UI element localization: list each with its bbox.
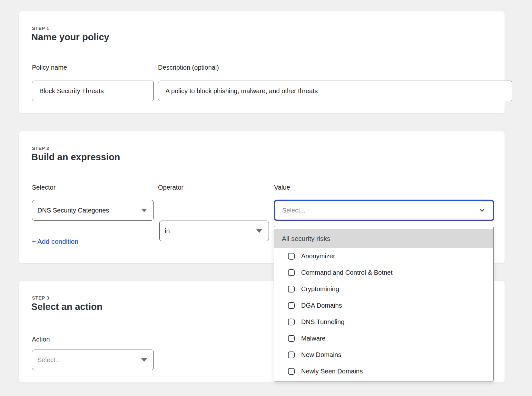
step2-label: STEP 2 xyxy=(32,145,49,151)
checkbox[interactable] xyxy=(288,286,295,292)
operator-value: in xyxy=(165,227,170,235)
action-label: Action xyxy=(32,336,50,343)
checkbox[interactable] xyxy=(288,351,295,358)
operator-label: Operator xyxy=(158,184,183,191)
caret-down-icon xyxy=(141,209,147,212)
step2-title: Build an expression xyxy=(31,152,120,163)
dropdown-item[interactable]: DGA Domains xyxy=(274,297,493,314)
checkbox[interactable] xyxy=(288,302,295,309)
risk-label: Anonymizer xyxy=(301,252,335,260)
description-value: A policy to block phishing, malware, and… xyxy=(165,87,318,95)
dropdown-group-header: All security risks xyxy=(274,229,493,248)
value-dropdown: All security risks Anonymizer Command an… xyxy=(274,226,494,382)
action-placeholder: Select... xyxy=(37,356,61,364)
dropdown-item[interactable]: Newly Seen Domains xyxy=(274,363,493,380)
dropdown-item[interactable]: Cryptomining xyxy=(274,281,493,297)
chevron-down-icon xyxy=(478,206,486,214)
risk-label: Newly Seen Domains xyxy=(301,368,363,375)
risk-label: Cryptomining xyxy=(301,285,339,293)
risk-label: New Domains xyxy=(301,351,341,359)
selector-value: DNS Security Categories xyxy=(37,207,109,214)
dropdown-item[interactable]: Command and Control & Botnet xyxy=(274,264,493,281)
description-input[interactable]: A policy to block phishing, malware, and… xyxy=(158,81,512,101)
policy-name-input[interactable]: Block Security Threats xyxy=(32,81,154,101)
caret-down-icon xyxy=(141,358,147,362)
dropdown-item[interactable]: Malware xyxy=(274,330,493,347)
step3-label: STEP 3 xyxy=(32,295,49,301)
risk-label: Command and Control & Botnet xyxy=(301,269,393,276)
dropdown-item[interactable]: New Domains xyxy=(274,347,493,363)
risk-label: Malware xyxy=(301,335,326,342)
risk-list: Anonymizer Command and Control & Botnet … xyxy=(274,248,493,380)
checkbox[interactable] xyxy=(288,368,295,375)
value-select[interactable]: Select... xyxy=(274,200,494,221)
operator-select[interactable]: in xyxy=(159,221,269,241)
selector-select[interactable]: DNS Security Categories xyxy=(32,200,154,221)
checkbox[interactable] xyxy=(288,335,295,342)
step1-card: STEP 1 Name your policy Policy name Bloc… xyxy=(19,11,505,114)
policy-builder-page: STEP 1 Name your policy Policy name Bloc… xyxy=(0,0,532,396)
step1-label: STEP 1 xyxy=(32,25,49,31)
description-label: Description (optional) xyxy=(158,64,219,71)
value-label: Value xyxy=(274,184,290,191)
policy-name-label: Policy name xyxy=(32,64,154,71)
checkbox[interactable] xyxy=(288,319,295,325)
risk-label: DGA Domains xyxy=(301,302,342,309)
add-condition-link[interactable]: + Add condition xyxy=(32,238,78,245)
policy-name-value: Block Security Threats xyxy=(39,87,104,95)
value-placeholder: Select... xyxy=(282,207,305,214)
action-select[interactable]: Select... xyxy=(32,350,154,370)
step3-title: Select an action xyxy=(31,302,103,312)
selector-label: Selector xyxy=(32,184,55,191)
checkbox[interactable] xyxy=(288,253,295,260)
dropdown-item[interactable]: DNS Tunneling xyxy=(274,314,493,330)
checkbox[interactable] xyxy=(288,269,295,276)
caret-down-icon xyxy=(256,229,262,233)
risk-label: DNS Tunneling xyxy=(301,318,345,326)
step1-title: Name your policy xyxy=(31,32,109,43)
dropdown-item[interactable]: Anonymizer xyxy=(274,248,493,264)
